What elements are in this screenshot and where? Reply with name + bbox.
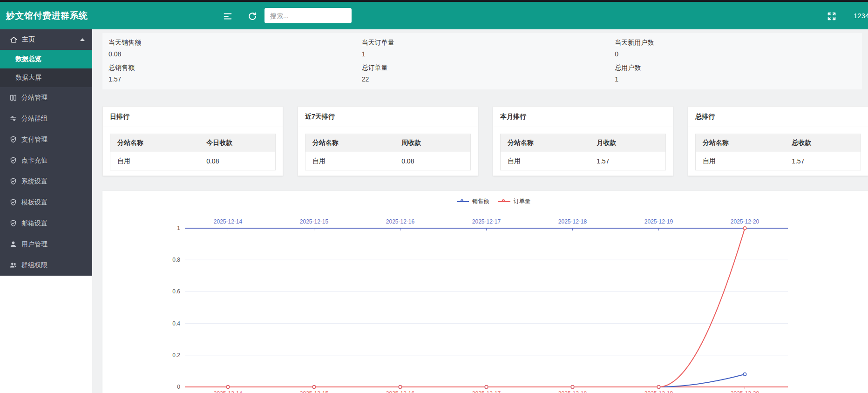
stat-value: 0 [615,50,862,58]
sidebar-item-payment-manage[interactable]: 支付管理 [0,129,92,150]
cell-amount: 1.57 [590,152,665,170]
column-header: 分站名称 [305,134,395,152]
svg-text:2025-12-17: 2025-12-17 [472,390,501,393]
sidebar-item-substation-groups[interactable]: 分站群组 [0,108,92,129]
caret-up-icon [80,38,85,41]
stat-value: 1 [362,50,609,58]
ranking-card-daily: 日排行 分站名称 今日收款 自用 0.08 [102,106,283,176]
stats-column-sales: 当天销售额 0.08 总销售额 1.57 [102,39,356,89]
main-content: 当天销售额 0.08 总销售额 1.57 当天订单量 1 总订单量 22 当天新… [92,29,868,393]
cell-amount: 1.57 [785,152,861,170]
ranking-table: 分站名称 月收款 自用 1.57 [500,134,666,170]
ranking-card-total: 总排行 分站名称 总收款 自用 1.57 [688,106,868,176]
line-marker-icon [498,201,510,202]
stats-column-orders: 当天订单量 1 总订单量 22 [356,39,609,89]
legend-item-sales[interactable]: 销售额 [457,197,489,205]
sidebar-item-data-screen[interactable]: 数据大屏 [0,68,92,87]
card-body: 分站名称 今日收款 自用 0.08 [103,127,283,170]
app-window: 妙文馆付费进群系统 12345 [0,0,868,393]
ranking-cards-row: 日排行 分站名称 今日收款 自用 0.08 近7天排行 [102,106,868,176]
shield-check-icon [9,136,17,143]
sidebar-item-substation-manage[interactable]: 分站管理 [0,87,92,108]
cell-amount: 0.08 [199,152,275,170]
stats-panel: 当天销售额 0.08 总销售额 1.57 当天订单量 1 总订单量 22 当天新… [102,33,862,89]
sliders-icon [9,115,17,122]
line-marker-icon [457,201,469,202]
card-title: 近7天排行 [298,107,478,127]
table-row: 自用 1.57 [501,152,666,170]
svg-text:2025-12-16: 2025-12-16 [386,218,415,225]
sidebar-item-label: 用户管理 [21,240,47,249]
legend-item-orders[interactable]: 订单量 [498,197,530,205]
home-icon [10,36,18,44]
fullscreen-icon[interactable] [827,11,837,21]
columns-icon [9,94,17,102]
ranking-table: 分站名称 总收款 自用 1.57 [695,134,861,170]
card-title: 总排行 [688,107,868,127]
cell-site-name: 自用 [110,152,200,170]
column-header: 分站名称 [501,134,590,152]
svg-text:0.6: 0.6 [172,288,180,295]
stat-label: 当天订单量 [362,39,609,47]
column-header: 分站名称 [696,134,785,152]
stat-value: 22 [362,75,609,83]
card-title: 日排行 [103,107,283,127]
stat-label: 总用户数 [615,64,862,72]
stat-label: 总销售额 [108,64,356,72]
chart-card: 销售额 订单量 00.20.40.60.812025-12-142025-12-… [102,191,868,393]
column-header: 月收款 [590,134,665,152]
svg-text:0.8: 0.8 [172,257,180,263]
svg-text:2025-12-18: 2025-12-18 [558,390,587,393]
sidebar-item-label: 点卡充值 [21,156,47,165]
svg-text:2025-12-19: 2025-12-19 [644,218,673,225]
svg-text:2025-12-14: 2025-12-14 [214,390,243,393]
sidebar-item-label: 分站管理 [21,94,47,102]
svg-text:2025-12-14: 2025-12-14 [214,218,243,225]
sidebar-item-label: 支付管理 [21,136,47,144]
card-body: 分站名称 总收款 自用 1.57 [688,127,868,170]
sidebar-item-template-settings[interactable]: 模板设置 [0,192,92,213]
card-body: 分站名称 月收款 自用 1.57 [493,127,673,170]
shield-check-icon [9,177,17,185]
stat-label: 总订单量 [362,64,609,72]
sidebar-item-data-overview[interactable]: 数据总览 [0,50,92,68]
ranking-table: 分站名称 周收款 自用 0.08 [305,134,471,170]
card-body: 分站名称 周收款 自用 0.08 [298,127,478,170]
user-icon [9,240,17,248]
sidebar-item-label: 邮箱设置 [21,219,47,228]
svg-text:2025-12-17: 2025-12-17 [472,218,501,225]
username[interactable]: 12345 [854,2,868,29]
ranking-card-week: 近7天排行 分站名称 周收款 自用 0.08 [298,106,478,176]
sidebar-item-user-manage[interactable]: 用户管理 [0,234,92,255]
sidebar-item-system-settings[interactable]: 系统设置 [0,171,92,192]
shield-check-icon [9,156,17,164]
sidebar-item-label: 系统设置 [21,177,47,186]
stat-label: 当天销售额 [108,39,356,47]
sidebar-item-home[interactable]: 主页 [0,29,92,50]
sidebar-item-label: 主页 [22,35,35,44]
shield-check-icon [9,219,17,227]
chart-legend: 销售额 订单量 [102,197,868,205]
collapse-sidebar-icon[interactable] [223,11,233,21]
ranking-table: 分站名称 今日收款 自用 0.08 [110,134,276,170]
sidebar-item-card-recharge[interactable]: 点卡充值 [0,150,92,171]
users-icon [9,261,17,269]
stat-value: 0.08 [108,50,356,58]
stat-value: 1 [615,75,862,83]
search-input[interactable] [264,8,352,23]
svg-text:0.4: 0.4 [172,320,180,327]
svg-text:2025-12-16: 2025-12-16 [386,390,415,393]
sidebar-item-label: 模板设置 [21,198,47,207]
svg-text:2025-12-19: 2025-12-19 [644,390,673,393]
sidebar-item-label: 数据大屏 [15,74,41,82]
refresh-icon[interactable] [247,11,258,21]
sidebar-item-group-permissions[interactable]: 群组权限 [0,255,92,276]
ranking-card-month: 本月排行 分站名称 月收款 自用 1.57 [493,106,673,176]
sales-orders-chart-svg: 00.20.40.60.812025-12-142025-12-142025-1… [102,191,868,393]
sidebar-item-email-settings[interactable]: 邮箱设置 [0,213,92,234]
svg-text:2025-12-20: 2025-12-20 [731,390,760,393]
stat-label: 当天新用户数 [615,39,862,47]
sidebar-item-label: 数据总览 [15,55,41,63]
table-row: 自用 0.08 [305,152,471,170]
svg-text:0: 0 [177,384,180,390]
